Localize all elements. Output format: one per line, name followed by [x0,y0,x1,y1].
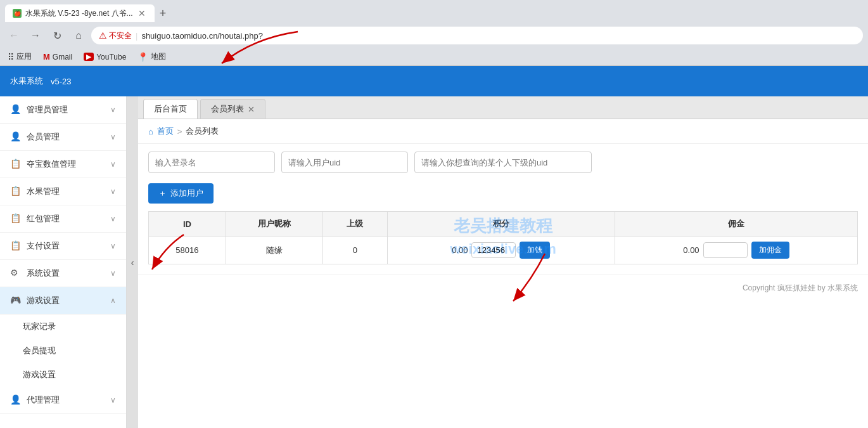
login-name-input[interactable] [148,152,275,173]
maps-label: 地图 [151,51,166,62]
chevron-down-icon-3: ∨ [110,160,116,169]
breadcrumb: ⌂ 首页 > 会员列表 [138,119,868,144]
commission-input[interactable] [703,242,748,258]
security-label: 不安全 [109,30,132,41]
sidebar-subitem-withdraw[interactable]: 会员提现 [0,339,126,363]
sidebar-item-members-label: 会员管理 [27,131,110,143]
chevron-down-icon-5: ∨ [110,214,116,223]
sidebar-item-duobao-label: 夺宝数值管理 [27,159,110,170]
bookmark-gmail[interactable]: M Gmail [41,51,75,63]
sidebar-subitem-game-settings-label: 游戏设置 [10,369,116,380]
cell-parent: 0 [323,237,388,264]
cell-nickname: 随缘 [226,237,322,264]
sidebar-item-agent[interactable]: 👤 代理管理 ∨ [0,387,126,414]
tab-title: 水果系统 V.5-23 -8ye.net 八爷... [25,8,133,19]
chevron-up-icon: ∧ [110,296,116,305]
tab-dashboard[interactable]: 后台首页 [143,99,198,119]
commission-value: 0.00 [683,245,699,255]
col-nickname: 用户昵称 [226,212,322,237]
app-body: 👤 管理员管理 ∨ 👤 会员管理 ∨ 📋 夺宝数值管理 ∨ 📋 水果管理 ∨ 📋 [0,96,868,428]
cell-id: 58016 [149,237,226,264]
address-box[interactable]: ⚠ 不安全 | shuiguo.taomiduo.cn/houtai.php? [91,27,863,44]
breadcrumb-home[interactable]: 首页 [157,126,174,137]
sidebar: 👤 管理员管理 ∨ 👤 会员管理 ∨ 📋 夺宝数值管理 ∨ 📋 水果管理 ∨ 📋 [0,96,127,428]
plus-icon: ＋ [158,188,167,199]
admin-icon: 👤 [10,104,22,115]
bookmark-youtube[interactable]: ▶ YouTube [81,51,129,63]
chevron-down-icon-8: ∨ [110,396,116,405]
sidebar-subitem-player-label: 玩家记录 [10,321,116,332]
chevron-down-icon-2: ∨ [110,133,116,141]
fruit-icon: 📋 [10,186,22,197]
filter-row [138,144,868,181]
col-id: ID [149,212,226,237]
sidebar-subitem-withdraw-label: 会员提现 [10,345,116,356]
breadcrumb-current: 会员列表 [186,126,219,137]
sidebar-item-redpacket-label: 红包管理 [27,213,110,224]
system-icon: ⚙ [10,268,22,279]
main-content: 后台首页 会员列表 ✕ ⌂ 首页 > 会员列表 [138,96,868,428]
forward-button[interactable]: → [27,27,44,44]
table-row: 58016 随缘 0 0.00 加钱 [149,237,858,264]
sidebar-item-system[interactable]: ⚙ 系统设置 ∨ [0,260,126,287]
back-button[interactable]: ← [5,27,23,44]
browser-tab-active[interactable]: 🍎 水果系统 V.5-23 -8ye.net 八爷... ✕ [5,4,155,22]
home-button[interactable]: ⌂ [70,27,87,44]
uid-input[interactable] [281,152,408,173]
agent-icon: 👤 [10,394,22,406]
col-commission: 佣金 [615,212,857,237]
sidebar-item-admin-label: 管理员管理 [27,104,110,115]
sidebar-item-redpacket[interactable]: 📋 红包管理 ∨ [0,205,126,233]
address-bar-row: ← → ↻ ⌂ ⚠ 不安全 | shuiguo.taomiduo.cn/hout… [0,23,868,48]
tab-member-list-label: 会员列表 [211,103,244,115]
chevron-down-icon-7: ∨ [110,269,116,278]
col-parent: 上级 [323,212,388,237]
reload-button[interactable]: ↻ [48,27,66,44]
sidebar-subitem-game-settings[interactable]: 游戏设置 [0,363,126,387]
gmail-icon: M [43,52,50,62]
youtube-icon: ▶ [84,53,94,61]
sidebar-item-members[interactable]: 👤 会员管理 ∨ [0,124,126,151]
sidebar-item-fruit[interactable]: 📋 水果管理 ∨ [0,178,126,205]
address-text: shuiguo.taomiduo.cn/houtai.php? [141,31,263,41]
tab-favicon: 🍎 [13,9,22,18]
page-footer: Copyright 疯狂抓娃娃 by 水果系统 [138,275,868,301]
bookmarks-bar: ⠿ 应用 M Gmail ▶ YouTube 📍 地图 [0,48,868,66]
points-input[interactable] [471,242,516,258]
apps-label: 应用 [16,51,32,62]
add-commission-button[interactable]: 加佣金 [751,242,789,259]
sidebar-item-agent-label: 代理管理 [27,394,110,406]
app-title: 水果系统 [10,75,43,87]
app-version: v5-23 [51,77,72,86]
sidebar-item-system-label: 系统设置 [27,268,110,279]
collapse-arrow-icon: ‹ [131,257,134,268]
app-header: 水果系统 v5-23 [0,66,868,96]
sidebar-subitem-player-records[interactable]: 玩家记录 [0,315,126,339]
sidebar-item-admin[interactable]: 👤 管理员管理 ∨ [0,96,126,124]
sidebar-item-game[interactable]: 🎮 游戏设置 ∧ [0,287,126,315]
col-points: 积分 [387,212,615,237]
member-table: ID 用户昵称 上级 积分 佣金 58016 随缘 0 [148,211,858,264]
tab-dashboard-label: 后台首页 [154,103,187,115]
security-warning: ⚠ 不安全 [99,30,132,41]
uid-sub-input[interactable] [414,152,592,173]
chevron-down-icon: ∨ [110,105,116,114]
points-value: 0.00 [452,245,468,255]
tab-member-list[interactable]: 会员列表 ✕ [200,99,265,119]
tab-member-list-close-icon[interactable]: ✕ [248,105,255,114]
add-points-button[interactable]: 加钱 [520,242,550,259]
add-user-label: 添加用户 [170,188,203,199]
add-user-button[interactable]: ＋ 添加用户 [148,183,214,204]
add-user-row: ＋ 添加用户 [138,181,868,211]
sidebar-collapse-toggle[interactable]: ‹ [127,96,138,428]
new-tab-button[interactable]: + [155,8,172,19]
sidebar-item-payment[interactable]: 📋 支付设置 ∨ [0,233,126,260]
sidebar-item-game-label: 游戏设置 [27,295,110,306]
sidebar-item-fruit-label: 水果管理 [27,186,110,197]
footer-text: Copyright 疯狂抓娃娃 by 水果系统 [743,283,858,292]
bookmark-maps[interactable]: 📍 地图 [135,50,169,63]
sidebar-item-duobao[interactable]: 📋 夺宝数值管理 ∨ [0,151,126,178]
tab-close-icon[interactable]: ✕ [137,8,147,18]
bookmark-apps[interactable]: ⠿ 应用 [5,50,34,63]
content-tabs-bar: 后台首页 会员列表 ✕ [138,96,868,119]
